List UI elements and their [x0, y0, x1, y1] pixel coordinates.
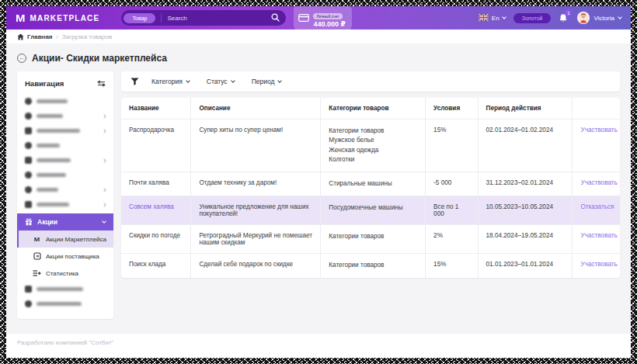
masked-icon — [25, 157, 32, 164]
masked-icon — [25, 142, 32, 149]
avatar — [577, 12, 590, 24]
promo-conditions: 15% — [426, 120, 478, 172]
sidebar-item-masked[interactable] — [17, 296, 113, 311]
masked-icon — [25, 113, 32, 120]
chevron-down-icon — [502, 15, 506, 19]
sidebar-subitem-supplier-promos[interactable]: Акции поставщика — [17, 248, 113, 265]
masked-icon — [25, 186, 32, 193]
sidebar-subitem-marketplace-promos[interactable]: M Акции Маркетплейса — [17, 231, 113, 248]
page-title-row: ← Акции- Скидки маркетплейса — [17, 50, 620, 71]
gift-icon — [25, 218, 33, 226]
breadcrumb: Главная / Загрузка товаров — [6, 29, 631, 43]
sidebar-item-masked[interactable] — [17, 123, 113, 138]
participate-button[interactable]: Участвовать — [580, 232, 617, 239]
balance-widget[interactable]: Личный счет 440.000 ₽ — [294, 6, 351, 30]
promo-conditions: -5 000 — [426, 172, 478, 196]
breadcrumb-current: Загрузка товаров — [62, 33, 112, 40]
back-icon[interactable]: ← — [17, 54, 26, 63]
user-menu[interactable]: Victoria — [577, 12, 621, 24]
promo-period: 31.12.2023–02.01.2024 — [478, 172, 573, 196]
uk-flag-icon — [479, 14, 489, 23]
chevron-down-icon — [186, 78, 190, 83]
user-name: Victoria — [593, 15, 614, 22]
sidebar-item-masked[interactable] — [17, 94, 113, 109]
footer: Разработано компанией "Сотбит" — [6, 334, 631, 358]
notification-count-badge: 1 — [565, 9, 572, 16]
collapse-sidebar-icon[interactable] — [97, 80, 106, 87]
sidebar-item-label: Акции — [37, 218, 57, 226]
decline-button[interactable]: Отказаться — [580, 203, 614, 210]
breadcrumb-home-label: Главная — [27, 33, 53, 40]
promo-period: 02.01.2024–01.02.2024 — [478, 120, 573, 172]
participate-button[interactable]: Участвовать — [580, 127, 617, 133]
search-category-button[interactable]: Товар — [124, 13, 155, 23]
sidebar-subitem-label: Акции Маркетплейса — [46, 236, 106, 243]
filter-icon[interactable] — [131, 78, 139, 85]
promo-categories: Категории товаров — [321, 254, 426, 278]
stats-icon — [33, 269, 41, 277]
filter-category-dropdown[interactable]: Категория — [151, 78, 190, 85]
home-icon — [17, 33, 24, 40]
participate-button[interactable]: Участвовать — [580, 261, 617, 268]
chevron-right-icon — [102, 114, 106, 119]
sidebar-item-masked[interactable] — [17, 282, 113, 296]
promo-description: Уникальное предложение для наших покупат… — [191, 196, 321, 225]
filter-status-dropdown[interactable]: Статус — [207, 78, 235, 85]
masked-icon — [25, 201, 32, 208]
balance-label: Личный счет — [313, 13, 342, 19]
masked-icon — [25, 98, 32, 105]
table-row: Поиск клада Сделай себе подарок по скидк… — [121, 254, 620, 278]
sidebar-item-masked[interactable] — [17, 138, 113, 153]
promo-conditions: 2% — [426, 225, 478, 254]
sidebar-subitem-label: Акции поставщика — [46, 253, 99, 260]
search-input[interactable] — [167, 15, 266, 22]
brand-logo[interactable]: M MARKETPLACE — [16, 12, 99, 24]
promo-description: Супер хиты по супер ценам! — [191, 120, 321, 172]
filter-period-dropdown[interactable]: Период — [252, 78, 282, 85]
main-panel: Категория Статус Период — [121, 71, 620, 278]
chevron-right-icon — [102, 158, 106, 163]
sidebar-item-masked[interactable] — [17, 168, 113, 182]
notifications-button[interactable]: 1 — [559, 12, 569, 23]
promotions-table-card: Название Описание Категории товаров Усло… — [121, 98, 620, 278]
promo-categories: Категории товаров — [321, 225, 426, 254]
top-bar: M MARKETPLACE Товар Личный счет 440.000 … — [6, 6, 631, 29]
column-header-actions — [573, 98, 620, 120]
masked-icon — [25, 172, 32, 179]
navigation-sidebar: Навигация Акции — [17, 71, 113, 319]
filter-bar: Категория Статус Период — [121, 71, 620, 92]
search-icon[interactable] — [271, 11, 280, 25]
sidebar-item-masked[interactable] — [17, 109, 113, 123]
sidebar-title: Навигация — [25, 79, 64, 88]
promo-conditions: Все по 1 000 — [426, 196, 478, 225]
brand-name: MARKETPLACE — [30, 14, 100, 23]
bank-card-icon — [298, 11, 309, 25]
box-arrow-icon — [33, 252, 41, 260]
sidebar-item-promotions[interactable]: Акции — [17, 213, 113, 231]
table-row: Скидки по погоде Ретроградный Меркурий н… — [121, 225, 620, 254]
sidebar-header: Навигация — [17, 78, 113, 94]
language-selector[interactable]: En — [479, 14, 506, 23]
sidebar-item-masked[interactable] — [17, 153, 113, 168]
chevron-down-icon — [618, 15, 622, 19]
sidebar-item-masked[interactable] — [17, 182, 113, 197]
masked-icon — [25, 286, 32, 293]
footer-copyright: Разработано компанией "Сотбит" — [17, 339, 113, 346]
sidebar-item-masked[interactable] — [17, 197, 113, 212]
chevron-right-icon — [102, 188, 106, 192]
search-bar: Товар — [121, 10, 286, 26]
content-area: ← Акции- Скидки маркетплейса Навигация — [6, 43, 631, 334]
tier-badge[interactable]: Золотой — [513, 13, 552, 23]
table-header-row: Название Описание Категории товаров Усло… — [121, 98, 620, 120]
column-header-name: Название — [121, 98, 191, 120]
masked-icon — [25, 300, 32, 307]
masked-icon — [25, 127, 32, 134]
chevron-right-icon — [102, 129, 106, 133]
participate-button[interactable]: Участвовать — [580, 179, 617, 186]
sidebar-subitem-statistics[interactable]: Статистика — [17, 265, 113, 282]
column-header-period: Период действия — [478, 98, 573, 120]
breadcrumb-home[interactable]: Главная — [17, 33, 53, 40]
search-divider — [161, 13, 162, 23]
table-row: Распродарочка Супер хиты по супер ценам!… — [121, 120, 620, 172]
promo-conditions: 15% — [426, 254, 478, 278]
